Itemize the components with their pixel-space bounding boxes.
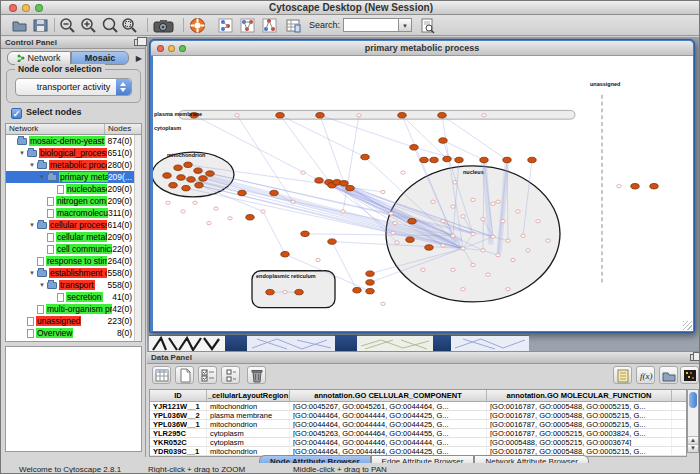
disclosure-triangle-icon[interactable]: ▼ [29,162,37,168]
tree-item-nucleobase-[interactable]: nucleobase-209(0) [6,183,141,195]
disclosure-triangle-icon[interactable]: ▼ [29,222,37,228]
open-folder-icon[interactable] [659,366,678,384]
float-panel-icon[interactable] [134,39,142,46]
network-leaf-icon [27,329,34,338]
tree-item-label: mosaic-demo-yeast [29,136,105,146]
data-panel-toolbar: f(x) [147,364,700,388]
open-folder-icon[interactable] [11,17,28,34]
table-row[interactable]: YPL036W__2plasma membrane[GO:0044464, GO… [150,411,686,420]
tree-item-biological-process[interactable]: ▼biological_process651(0) [6,147,141,159]
tree-item-label: cellular process [49,220,107,230]
background-window-tile[interactable] [247,335,335,351]
matrix-icon[interactable] [680,366,699,384]
network-from-edges-icon[interactable] [261,17,278,34]
function-fx-icon[interactable]: f(x) [636,366,655,384]
network-view-window[interactable]: primary metabolic process plasma membran… [149,39,695,333]
tree-item-cellular-process[interactable]: ▼cellular process614(0) [6,219,141,231]
table-icon[interactable] [152,366,171,384]
zoom-fit-icon[interactable] [101,17,118,34]
zoom-out-icon[interactable] [59,17,76,34]
float-panel-icon[interactable] [690,354,698,361]
dropdown-arrows-icon[interactable] [116,79,131,95]
tree-item-overview[interactable]: Overview8(0) [6,327,141,339]
tree-item-transport[interactable]: ▼transport558(0) [6,279,141,291]
disclosure-triangle-icon[interactable]: ▼ [29,270,37,276]
control-panel: Control Panel Network Mosaic ▶ Node colo… [1,37,146,457]
checklist-icon[interactable] [198,366,217,384]
table-row[interactable]: YJR121W__1mitochondrion[GO:0045267, GO:0… [150,402,686,411]
resize-grip[interactable] [683,321,692,330]
background-window-tile[interactable] [451,335,529,351]
table-cell: [GO:0044464, GO:0044444, GO:0044425, G..… [290,447,487,455]
background-window-edge[interactable] [433,335,451,351]
background-window-tile[interactable] [357,335,433,351]
table-cell: [GO:0016787, GO:0005488, GO:0005215, G..… [487,402,672,410]
tree-header-nodes[interactable]: Nodes [105,124,141,134]
graph-node-orange [503,157,511,162]
more-tabs-arrow-icon[interactable]: ▶ [136,54,142,63]
search-input[interactable] [343,18,399,32]
network-tree: mosaic-demo-yeast874(0)▼biological_proce… [5,134,142,342]
small-checklist-icon[interactable] [221,366,240,384]
select-nodes-checkbox[interactable]: ✓ [11,108,22,119]
column-header[interactable]: annotation.GO CELLULAR_COMPONENT [290,390,487,401]
scroll-up-icon[interactable]: ▲ [688,436,698,444]
node-color-dropdown[interactable]: transporter activity [15,78,132,96]
tree-item-cell-communicat[interactable]: cell communicat22(0) [6,243,141,255]
attribute-grid-icon[interactable] [285,17,302,34]
tab-network[interactable]: Network [7,51,71,65]
zoom-in-icon[interactable] [80,17,97,34]
tree-header-network[interactable]: Network [6,124,105,134]
zoom-selected-icon[interactable] [121,17,138,34]
table-row[interactable]: YPL036W__1mitochondrion[GO:0044464, GO:0… [150,420,686,429]
search-dropdown-icon[interactable]: ▼ [399,18,412,32]
graph-node-white [471,232,475,235]
column-header[interactable]: _cellularLayoutRegion [207,390,290,401]
tree-item-response-to-stimulu[interactable]: response to stimulu264(0) [6,255,141,267]
tree-item-primary-metabo[interactable]: ▼primary metabo209(... [6,171,141,183]
column-header[interactable]: annotation.GO MOLECULAR_FUNCTION [487,390,672,401]
graph-node-orange [420,157,428,162]
network-leaf-icon [47,197,54,206]
graph-node-white [506,239,510,242]
tree-scrollbar[interactable] [134,135,141,341]
table-row[interactable]: YLR295Ccytoplasm[GO:0045263, GO:0044464,… [150,429,686,438]
graph-node-orange [406,237,414,242]
tree-item-metabolic-process[interactable]: ▼metabolic process280(0) [6,159,141,171]
background-window-tile[interactable] [149,335,225,351]
graph-edge [263,211,285,254]
scroll-down-icon[interactable]: ▼ [688,444,698,452]
tree-item-secretion[interactable]: secretion41(0) [6,291,141,303]
network-window-titlebar[interactable]: primary metabolic process [151,41,693,56]
notepad-icon[interactable] [613,366,632,384]
save-icon[interactable] [32,17,49,34]
camera-snapshot-icon[interactable] [153,17,175,34]
table-scrollbar[interactable]: ▲ ▼ [687,389,699,453]
background-window-edge[interactable] [225,335,247,351]
tree-item-macromolecule[interactable]: macromolecule311(0) [6,207,141,219]
network-graph[interactable]: plasma membranecytoplasmmitochondrionnuc… [153,56,693,331]
background-window-edge[interactable] [335,335,357,351]
tree-item-multi-organism-pro[interactable]: multi-organism pro42(0) [6,303,141,315]
tree-item-cellular-metabo[interactable]: cellular metabo209(0) [6,231,141,243]
disclosure-triangle-icon[interactable]: ▼ [39,174,47,180]
disclosure-triangle-icon[interactable]: ▼ [39,282,47,288]
tree-item-nitrogen-compo[interactable]: nitrogen compo209(0) [6,195,141,207]
network-from-nodes-icon[interactable] [217,17,234,34]
tree-item-mosaic-demo-yeast[interactable]: mosaic-demo-yeast874(0) [6,135,141,147]
document-search-icon[interactable] [419,17,436,34]
graph-node-white [506,288,510,291]
table-row[interactable]: YKR052Ccytoplasm[GO:0044464, GO:0044446,… [150,438,686,447]
trash-icon[interactable] [247,366,266,384]
table-header-row: ID_cellularLayoutRegionannotation.GO CEL… [150,390,686,402]
column-header[interactable]: ID [150,390,207,401]
tree-item-establishment-of-lo[interactable]: ▼establishment of lo558(0) [6,267,141,279]
new-document-icon[interactable] [175,366,194,384]
network-canvas[interactable]: plasma membranecytoplasmmitochondrionnuc… [153,56,693,331]
tab-mosaic[interactable]: Mosaic [71,51,129,65]
network-from-nodes-edges-icon[interactable] [239,17,256,34]
scrollbar-thumb[interactable] [689,392,697,408]
help-lifesaver-icon[interactable] [189,17,206,34]
tree-item-unassigned[interactable]: unassigned223(0) [6,315,141,327]
disclosure-triangle-icon[interactable]: ▼ [19,150,27,156]
